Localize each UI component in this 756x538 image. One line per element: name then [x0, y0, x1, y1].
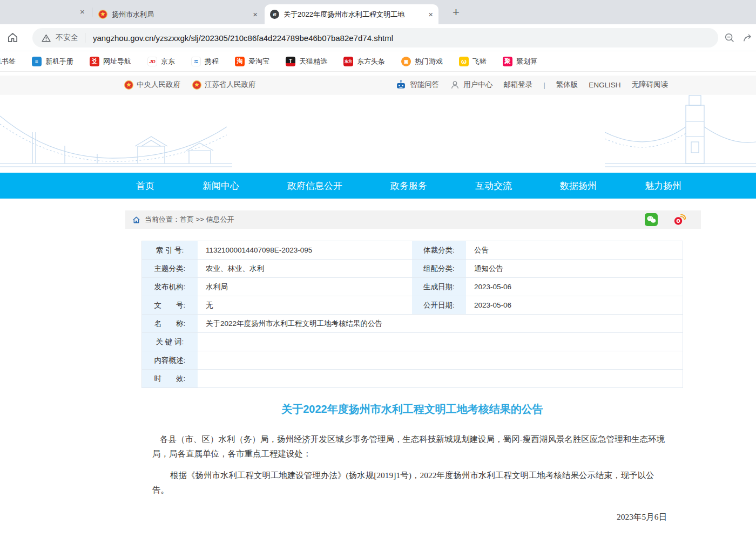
- meta-value-publish-date: 2023-05-06: [466, 296, 684, 314]
- address-bar[interactable]: 不安全 yangzhou.gov.cn/yzszxxgk/slj/202305/…: [32, 28, 718, 47]
- bookmark-ctrip[interactable]: ≈ 携程: [191, 57, 219, 66]
- meta-value-issuing-agency: 水利局: [198, 278, 412, 296]
- bookmark-label: 网址导航: [103, 57, 131, 66]
- link-central-government[interactable]: 中央人民政府: [124, 80, 180, 90]
- tab-active-announcement[interactable]: e 关于2022年度扬州市水利工程文明工地 ×: [265, 4, 438, 24]
- tab-title: 扬州市水利局: [112, 10, 247, 19]
- new-tab-button[interactable]: +: [453, 5, 460, 19]
- zoom-out-icon[interactable]: [724, 32, 735, 44]
- ctrip-dolphin-icon: ≈: [191, 57, 201, 66]
- bookmark-label: 聚划算: [516, 57, 537, 66]
- bookmark-label: 爱淘宝: [248, 57, 269, 66]
- home-icon[interactable]: [132, 216, 140, 224]
- breadcrumb-prefix: 当前位置：: [145, 215, 180, 224]
- bookmark-label: 机书签: [0, 57, 16, 66]
- meta-value-validity: [198, 370, 684, 387]
- nav-interaction[interactable]: 互动交流: [475, 180, 512, 192]
- meta-label-keywords: 关 键 词:: [142, 333, 198, 351]
- robot-icon: [395, 79, 407, 91]
- meta-label-summary: 内容概述:: [142, 351, 198, 369]
- meta-label-genre: 体裁分类:: [412, 241, 466, 259]
- table-row: 内容概述:: [142, 351, 683, 370]
- header-artwork-left: [0, 94, 302, 173]
- tab-yangzhou-water-bureau[interactable]: 扬州市水利局 ×: [93, 4, 263, 24]
- site-header: ★ 扬州市人民政府 WWW.YANGZHOU.GOV.CN 中国扬州门户网站: [0, 94, 756, 173]
- link-traditional-chinese[interactable]: 繁体版: [556, 80, 578, 90]
- bookmark-new-device-manual[interactable]: ≡ 新机手册: [32, 57, 73, 66]
- gov-top-bar: 中央人民政府 江苏省人民政府 智能问答 用户中心 邮箱登录 | 繁体版 ENGL…: [0, 76, 756, 94]
- bookmark-fliggy[interactable]: ω 飞猪: [459, 57, 487, 66]
- nav-gov-services[interactable]: 政务服务: [390, 180, 427, 192]
- meta-value-doc-number: 无: [198, 296, 412, 314]
- bookmark-label: 热门游戏: [415, 57, 443, 66]
- warning-triangle-icon[interactable]: [41, 33, 51, 43]
- topbar-divider: |: [543, 81, 545, 89]
- nav-data-yangzhou[interactable]: 数据扬州: [560, 180, 597, 192]
- article-paragraph: 各县（市、区）水利（务）局，扬州经济开发区城乡事务管理局，生态科技新城规划建设局…: [152, 432, 667, 461]
- main-navigation: 首页 新闻中心 政府信息公开 政务服务 互动交流 数据扬州 魅力扬州: [0, 173, 756, 199]
- meta-label-created-date: 生成日期:: [412, 278, 466, 296]
- link-jiangsu-government[interactable]: 江苏省人民政府: [192, 80, 256, 90]
- national-emblem-icon: [124, 80, 133, 90]
- meta-label-group-category: 组配分类:: [412, 260, 466, 277]
- link-user-center[interactable]: 用户中心: [450, 80, 492, 90]
- bookmark-tmall[interactable]: T 天猫精选: [286, 57, 327, 66]
- document-meta-table: 索 引 号: 11321000014407098E-2023-095 体裁分类:…: [141, 241, 683, 388]
- national-emblem-icon: [98, 10, 107, 19]
- nav-home[interactable]: 首页: [136, 180, 154, 192]
- table-row: 索 引 号: 11321000014407098E-2023-095 体裁分类:…: [142, 241, 683, 260]
- tab-separator: [92, 8, 92, 17]
- url-text[interactable]: yangzhou.gov.cn/yzszxxgk/slj/202305/210c…: [93, 33, 393, 43]
- bookmark-hot-games[interactable]: ▣ 热门游戏: [401, 57, 443, 66]
- meta-label-issuing-agency: 发布机构:: [142, 278, 198, 296]
- bookmark-juhuasuan[interactable]: 聚 聚划算: [503, 57, 537, 66]
- meta-value-created-date: 2023-05-06: [466, 278, 684, 296]
- user-icon: [450, 80, 460, 90]
- nav-news-center[interactable]: 新闻中心: [202, 180, 239, 192]
- nav-charm-yangzhou[interactable]: 魅力扬州: [645, 180, 681, 192]
- bookmark-eastday[interactable]: 东方 东方头条: [343, 57, 385, 66]
- close-icon[interactable]: ×: [253, 10, 258, 18]
- breadcrumb-path[interactable]: 首页 >> 信息公开: [180, 215, 234, 224]
- meta-value-group-category: 通知公告: [466, 260, 684, 277]
- close-icon[interactable]: ×: [428, 10, 433, 18]
- table-row: 主题分类: 农业、林业、水利 组配分类: 通知公告: [142, 260, 683, 278]
- bookmark-site-navigation[interactable]: 爻 网址导航: [90, 57, 131, 66]
- link-accessibility[interactable]: 无障碍阅读: [632, 80, 669, 90]
- eastday-icon: 东方: [343, 57, 353, 66]
- share-icon[interactable]: [742, 32, 754, 44]
- table-row: 文 号: 无 公开日期: 2023-05-06: [142, 296, 683, 315]
- wechat-share-icon[interactable]: [645, 213, 658, 226]
- close-icon[interactable]: ×: [80, 7, 85, 16]
- bookmark-jd[interactable]: JD 京东: [147, 57, 175, 66]
- table-row: 时 效:: [142, 370, 683, 388]
- meta-label-publish-date: 公开日期:: [412, 296, 466, 314]
- home-icon[interactable]: [6, 31, 19, 44]
- manual-icon: ≡: [32, 57, 42, 66]
- article-body: 各县（市、区）水利（务）局，扬州经济开发区城乡事务管理局，生态科技新城规划建设局…: [152, 432, 667, 538]
- gov-link-label: 江苏省人民政府: [205, 80, 256, 90]
- link-mail-login[interactable]: 邮箱登录: [503, 80, 532, 90]
- meta-value-keywords: [198, 333, 684, 351]
- link-english[interactable]: ENGLISH: [589, 81, 620, 89]
- security-label: 不安全: [56, 33, 78, 43]
- national-emblem-icon: [192, 80, 201, 90]
- address-divider: [85, 33, 85, 43]
- nav-gov-info-disclosure[interactable]: 政府信息公开: [287, 180, 342, 192]
- taobao-icon: 淘: [235, 57, 245, 66]
- link-smart-qa[interactable]: 智能问答: [395, 79, 439, 91]
- browser-toolbar: 不安全 yangzhou.gov.cn/yzszxxgk/slj/202305/…: [0, 24, 756, 51]
- weibo-share-icon[interactable]: [673, 213, 686, 226]
- bookmark-label: 新机手册: [45, 57, 73, 66]
- gov-link-label: 智能问答: [410, 80, 439, 90]
- svg-text:e: e: [273, 11, 276, 17]
- bookmark-aitaobao[interactable]: 淘 爱淘宝: [235, 57, 269, 66]
- gov-link-label: 中央人民政府: [137, 80, 180, 90]
- fliggy-pig-icon: ω: [459, 57, 469, 66]
- tab-strip: × 扬州市水利局 × e 关于2022年度扬州市水利工程文明工地 × +: [0, 0, 756, 24]
- meta-label-validity: 时 效:: [142, 370, 198, 387]
- meta-value-index-number: 11321000014407098E-2023-095: [198, 241, 412, 259]
- tab-title: 关于2022年度扬州市水利工程文明工地: [284, 10, 423, 19]
- meta-label-title: 名 称:: [142, 315, 198, 332]
- bookmark-phone-bookmarks[interactable]: 机书签: [0, 57, 16, 66]
